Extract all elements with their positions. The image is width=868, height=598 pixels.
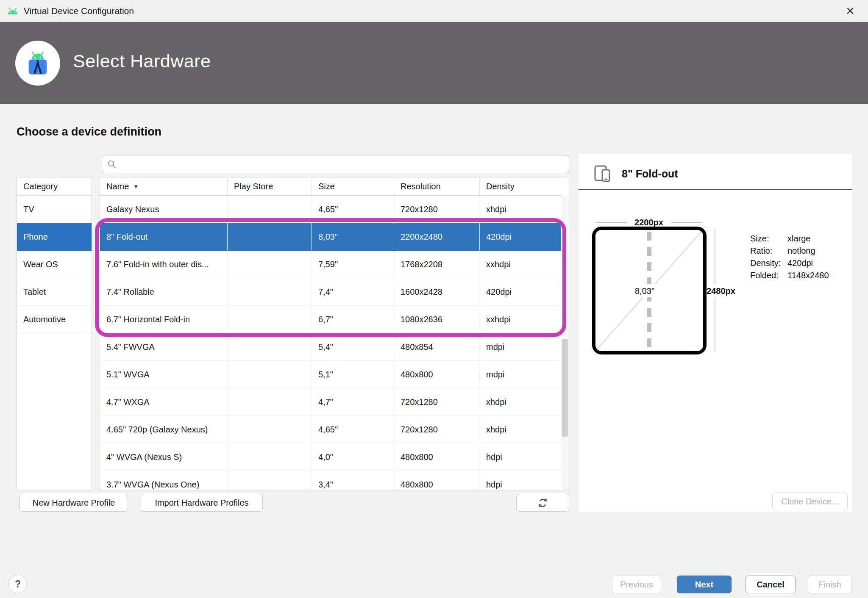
column-header-play-store[interactable]: Play Store bbox=[228, 177, 312, 195]
category-item[interactable]: Automotive bbox=[17, 306, 92, 333]
new-hardware-profile-button[interactable]: New Hardware Profile bbox=[19, 494, 128, 512]
panel-separator bbox=[579, 189, 852, 190]
search-icon bbox=[107, 160, 117, 169]
scrollbar-thumb[interactable] bbox=[562, 339, 568, 437]
table-row[interactable]: Galaxy Nexus 4,65" 720x1280 xhdpi bbox=[100, 196, 562, 223]
previous-button[interactable]: Previous bbox=[612, 576, 661, 593]
table-row[interactable]: 5.1" WVGA 5,1" 480x800 mdpi bbox=[100, 361, 562, 388]
device-details-panel: 8" Fold-out 2200px 8,03" 2480px Size: xl… bbox=[579, 154, 852, 512]
device-diagram: 2200px 8,03" 2480px bbox=[587, 213, 748, 361]
window-title: Virtual Device Configuration bbox=[24, 6, 134, 16]
import-hardware-profiles-button[interactable]: Import Hardware Profiles bbox=[141, 494, 263, 512]
help-icon: ? bbox=[15, 579, 21, 590]
column-header-resolution[interactable]: Resolution bbox=[394, 177, 480, 195]
spec-line: Ratio: notlong bbox=[750, 245, 829, 257]
sort-desc-icon: ▼ bbox=[133, 183, 139, 190]
cancel-button[interactable]: Cancel bbox=[746, 576, 796, 593]
table-row[interactable]: 7.4" Rollable 7,4" 1600x2428 420dpi bbox=[100, 278, 562, 306]
table-header-row: Name ▼ Play Store Size Resolution Densit… bbox=[100, 177, 562, 196]
diagram-width-label: 2200px bbox=[634, 218, 663, 227]
table-scrollbar[interactable] bbox=[561, 196, 569, 490]
category-item[interactable]: Phone bbox=[17, 223, 92, 251]
table-row[interactable]: 4.7" WXGA 4,7" 720x1280 xhdpi bbox=[100, 388, 562, 416]
devices-icon bbox=[594, 165, 613, 183]
table-row[interactable]: 7.6" Fold-in with outer dis... 7,59" 176… bbox=[100, 251, 562, 278]
finish-button[interactable]: Finish bbox=[808, 576, 852, 593]
next-button[interactable]: Next bbox=[677, 576, 732, 593]
android-icon bbox=[7, 6, 19, 16]
category-panel: Category TV Phone Wear OS Tablet Automot… bbox=[17, 177, 92, 490]
device-search bbox=[102, 155, 569, 173]
help-button[interactable]: ? bbox=[8, 575, 27, 593]
section-heading: Choose a device definition bbox=[17, 125, 161, 138]
table-row[interactable]: 6.7" Horizontal Fold-in 6,7" 1080x2636 x… bbox=[100, 306, 562, 333]
diagram-diagonal-label: 8,03" bbox=[635, 286, 654, 296]
window-titlebar: Virtual Device Configuration ✕ bbox=[0, 0, 868, 22]
device-specs: Size: xlarge Ratio: notlong Density: 420… bbox=[750, 233, 829, 282]
refresh-icon bbox=[537, 497, 548, 509]
wizard-header: Select Hardware bbox=[0, 22, 868, 104]
spec-line: Size: xlarge bbox=[750, 233, 829, 245]
category-item[interactable]: TV bbox=[17, 196, 92, 223]
device-title: 8" Fold-out bbox=[622, 168, 678, 180]
column-header-density[interactable]: Density bbox=[480, 177, 562, 195]
clone-device-button[interactable]: Clone Device... bbox=[772, 493, 848, 510]
table-row[interactable]: 4.65" 720p (Galaxy Nexus) 4,65" 720x1280… bbox=[100, 416, 562, 443]
table-row[interactable]: 8" Fold-out 8,03" 2200x2480 420dpi bbox=[100, 223, 562, 251]
spec-line: Folded: 1148x2480 bbox=[750, 269, 829, 282]
column-header-size[interactable]: Size bbox=[312, 177, 394, 195]
refresh-button[interactable] bbox=[516, 494, 569, 512]
category-item[interactable]: Wear OS bbox=[17, 251, 92, 278]
close-icon[interactable]: ✕ bbox=[838, 0, 862, 22]
device-table: Name ▼ Play Store Size Resolution Densit… bbox=[100, 177, 569, 490]
spec-line: Density: 420dpi bbox=[750, 257, 829, 269]
diagram-height-label: 2480px bbox=[707, 286, 735, 296]
table-row[interactable]: 5.4" FWVGA 5,4" 480x854 mdpi bbox=[100, 333, 562, 361]
table-row[interactable]: 4" WVGA (Nexus S) 4,0" 480x800 hdpi bbox=[100, 443, 562, 471]
android-studio-logo bbox=[15, 41, 60, 86]
page-title: Select Hardware bbox=[73, 51, 211, 72]
category-column-header: Category bbox=[17, 177, 92, 196]
table-row[interactable]: 3.7" WVGA (Nexus One) 3,4" 480x800 hdpi bbox=[100, 471, 562, 490]
column-header-name[interactable]: Name ▼ bbox=[100, 177, 228, 195]
category-item[interactable]: Tablet bbox=[17, 278, 92, 306]
search-input[interactable] bbox=[121, 157, 565, 172]
